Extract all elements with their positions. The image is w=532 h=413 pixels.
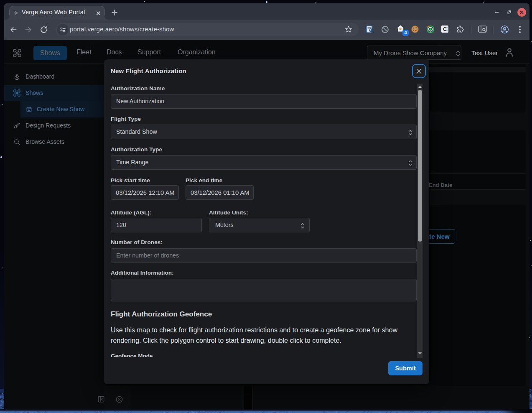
svg-text:C: C — [443, 26, 447, 32]
